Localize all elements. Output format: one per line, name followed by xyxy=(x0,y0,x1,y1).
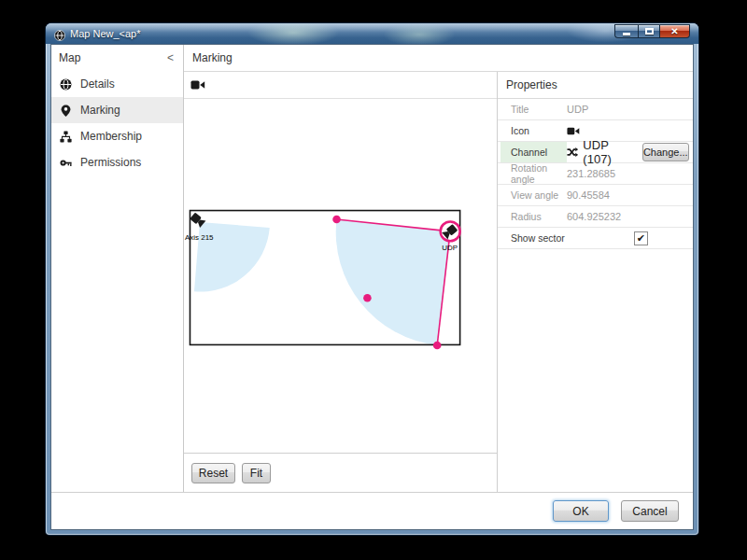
property-value: UDP xyxy=(567,99,693,119)
sector-radius-handle[interactable] xyxy=(363,294,372,302)
sidebar: Map < Details xyxy=(51,45,184,492)
sector-angle-handle[interactable] xyxy=(332,216,341,224)
title-bar[interactable]: Map New_<ap* ✕ xyxy=(46,23,698,44)
sidebar-item-details[interactable]: Details xyxy=(51,71,183,97)
map-canvas[interactable]: Axis 215 UDP xyxy=(184,99,497,453)
property-row-rotation-angle: Rotation angle 231.28685 xyxy=(498,163,693,185)
map-app-icon xyxy=(54,28,65,39)
close-button[interactable]: ✕ xyxy=(660,24,690,38)
property-row-show-sector: Show sector ✔ xyxy=(498,228,693,249)
sidebar-item-membership[interactable]: Membership xyxy=(51,123,183,149)
property-label: Icon xyxy=(500,120,567,141)
reset-button[interactable]: Reset xyxy=(191,463,235,483)
sidebar-item-marking[interactable]: Marking xyxy=(51,97,183,123)
add-camera-tool-button[interactable] xyxy=(190,79,205,91)
map-zoom-bar: Reset Fit xyxy=(184,453,497,492)
window-title: Map New_<ap* xyxy=(70,28,141,39)
minimize-icon xyxy=(623,33,630,35)
sidebar-item-label: Membership xyxy=(80,130,142,143)
channel-value: UDP (107) xyxy=(583,138,637,166)
property-label: Rotation angle xyxy=(500,163,567,184)
marking-header-label: Marking xyxy=(192,51,233,64)
property-label: View angle xyxy=(500,185,567,205)
change-channel-button[interactable]: Change... xyxy=(642,143,689,161)
property-value: 604.925232 xyxy=(567,206,693,227)
property-row-channel: Channel UDP (107) Change... xyxy=(498,142,693,163)
dialog-footer: OK Cancel xyxy=(51,492,693,529)
property-value: 90.45584 xyxy=(567,185,693,205)
show-sector-checkbox[interactable]: ✔ xyxy=(634,231,648,245)
close-icon: ✕ xyxy=(670,27,678,36)
ok-button[interactable]: OK xyxy=(553,500,609,522)
video-camera-icon xyxy=(567,126,580,136)
globe-icon xyxy=(60,78,72,91)
sidebar-item-label: Details xyxy=(80,77,115,91)
marking-toolbar xyxy=(184,72,497,99)
map-pin-icon xyxy=(60,105,72,117)
maximize-icon xyxy=(645,28,654,35)
property-label: Show sector xyxy=(500,228,571,248)
properties-panel: Properties Title UDP Icon xyxy=(498,72,693,492)
property-row-radius: Radius 604.925232 xyxy=(498,206,693,228)
sidebar-header: Map < xyxy=(51,45,183,71)
properties-header-label: Properties xyxy=(506,78,557,91)
camera-label: Axis 215 xyxy=(185,233,214,242)
right-pane: Marking xyxy=(184,45,693,492)
property-label: Radius xyxy=(500,206,567,227)
sidebar-item-label: Marking xyxy=(80,104,120,117)
fit-button[interactable]: Fit xyxy=(242,463,271,483)
shuffle-icon xyxy=(567,147,578,158)
camera-label: UDP xyxy=(442,244,458,252)
sidebar-item-label: Permissions xyxy=(80,156,141,169)
dialog-window: Map New_<ap* ✕ Map < xyxy=(46,23,698,535)
property-row-title: Title UDP xyxy=(498,99,693,120)
marking-area: Axis 215 UDP Reset Fit xyxy=(184,72,498,492)
property-value: 231.28685 xyxy=(567,163,693,184)
maximize-button[interactable] xyxy=(638,24,660,38)
sidebar-title: Map xyxy=(59,51,80,64)
cancel-button[interactable]: Cancel xyxy=(621,500,679,522)
sidebar-item-permissions[interactable]: Permissions xyxy=(51,149,183,175)
sector-angle-handle[interactable] xyxy=(433,342,442,350)
properties-header: Properties xyxy=(498,72,693,99)
property-row-view-angle: View angle 90.45584 xyxy=(498,185,693,206)
property-value: UDP (107) Change... xyxy=(567,142,693,162)
video-camera-icon xyxy=(190,79,205,91)
property-label: Channel xyxy=(500,142,567,162)
minimize-button[interactable] xyxy=(614,24,638,38)
key-icon xyxy=(60,157,72,169)
hierarchy-icon xyxy=(60,131,72,143)
property-value: ✔ xyxy=(571,228,693,248)
property-label: Title xyxy=(500,99,567,119)
window-controls: ✕ xyxy=(614,24,690,38)
dialog-content: Map < Details xyxy=(50,44,694,530)
collapse-sidebar-button[interactable]: < xyxy=(167,51,174,64)
page-title: Marking xyxy=(184,45,693,72)
